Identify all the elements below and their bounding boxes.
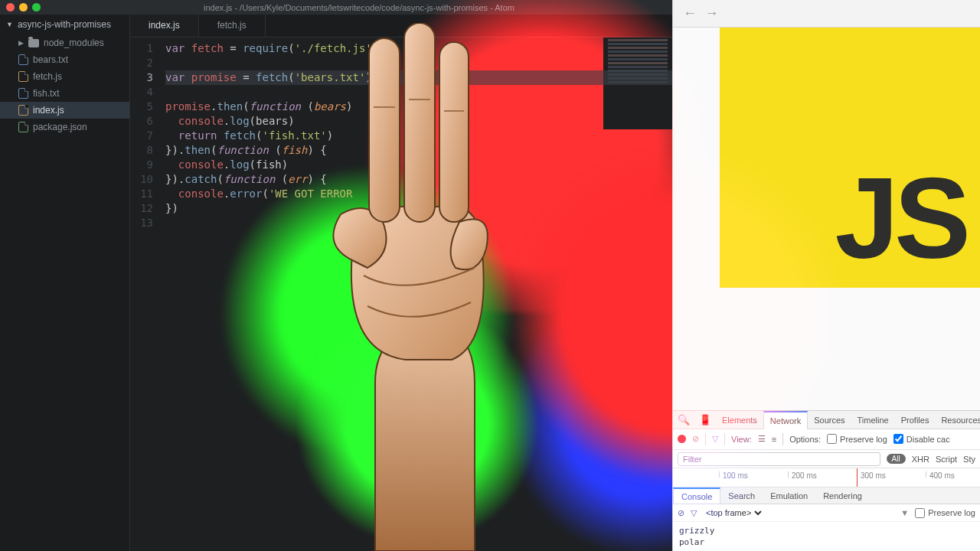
project-name: async-js-with-promises [18, 19, 111, 30]
frame-select[interactable]: <top frame> [703, 507, 764, 518]
tree-file-fish-txt[interactable]: fish.txt [0, 85, 129, 102]
file-icon [18, 88, 28, 99]
line-number-gutter: 12345678910111213 [130, 37, 161, 551]
filter-style[interactable]: Sty [963, 455, 975, 464]
devtools-tabs: 🔍 📱 Elements Network Sources Timeline Pr… [673, 411, 980, 429]
tab-network[interactable]: Network [763, 411, 808, 429]
network-toolbar: ⊘ ▽ View: ☰ ≡ Options: Preserve log Disa… [673, 429, 980, 450]
drawer-emulation[interactable]: Emulation [763, 487, 815, 504]
minimize-window-icon[interactable] [19, 3, 28, 11]
editor-pane: index.js fetch.js 12345678910111213 var … [130, 15, 672, 551]
code-editor[interactable]: 12345678910111213 var fetch = require('.… [130, 37, 672, 551]
device-mode-icon[interactable]: 📱 [694, 414, 716, 425]
close-window-icon[interactable] [6, 3, 15, 11]
preserve-log-checkbox[interactable]: Preserve log [827, 434, 887, 444]
tick-400ms: 400 ms [926, 471, 955, 478]
disable-cache-checkbox[interactable]: Disable cac [893, 434, 950, 444]
console-line: grizzly [679, 525, 974, 536]
zoom-window-icon[interactable] [32, 3, 41, 11]
clear-icon[interactable]: ⊘ [692, 434, 699, 444]
js-logo-text: JS [835, 161, 966, 276]
clear-console-icon[interactable]: ⊘ [678, 508, 684, 518]
tick-100ms: 100 ms [719, 471, 748, 478]
folder-icon [28, 39, 39, 47]
tick-300ms: 300 ms [857, 471, 886, 478]
tree-file-index-js[interactable]: index.js [0, 102, 129, 119]
filter-console-icon[interactable]: ▽ [691, 508, 697, 518]
network-timeline[interactable]: 100 ms 200 ms 300 ms 400 ms [673, 468, 980, 487]
drawer-console[interactable]: Console [673, 487, 720, 504]
filter-icon[interactable]: ▽ [712, 434, 718, 444]
browser-window: ← → JS 🔍 📱 Elements Network Sources Time… [672, 0, 980, 551]
view-label: View: [731, 435, 752, 444]
view-large-icon[interactable]: ☰ [758, 434, 766, 444]
browser-toolbar: ← → [673, 0, 980, 28]
tree-file-fetch-js[interactable]: fetch.js [0, 68, 129, 85]
tab-profiles[interactable]: Profiles [895, 411, 936, 429]
chevron-right-icon: ▶ [18, 39, 24, 47]
filter-input[interactable] [678, 452, 880, 466]
browser-viewport: JS 🔍 📱 Elements Network Sources Timeline… [673, 28, 980, 551]
filter-all-pill[interactable]: All [887, 454, 906, 464]
code-content[interactable]: var fetch = require('./fetch.js') var pr… [161, 37, 672, 551]
console-line: polar [679, 536, 974, 548]
file-icon [18, 54, 28, 65]
filter-xhr[interactable]: XHR [912, 455, 929, 464]
console-output[interactable]: grizzly polar [673, 522, 980, 551]
nav-arrows: ← → [681, 5, 720, 21]
atom-editor-window: index.js - /Users/Kyle/Documents/letswri… [0, 0, 672, 551]
search-icon[interactable]: 🔍 [673, 414, 694, 425]
tree-label: index.js [33, 105, 64, 116]
drawer-search[interactable]: Search [720, 487, 763, 504]
filter-script[interactable]: Script [936, 455, 957, 464]
tab-elements[interactable]: Elements [716, 411, 763, 429]
tree-file-package-json[interactable]: package.json [0, 119, 129, 135]
project-root[interactable]: ▼ async-js-with-promises [0, 15, 129, 34]
tree-file-bears-txt[interactable]: bears.txt [0, 51, 129, 68]
drawer-tabs: Console Search Emulation Rendering [673, 487, 980, 504]
tree-label: bears.txt [33, 54, 68, 65]
devtools-panel: 🔍 📱 Elements Network Sources Timeline Pr… [673, 410, 980, 551]
tab-index-js[interactable]: index.js [130, 15, 199, 37]
tree-label: node_modules [44, 37, 104, 48]
view-small-icon[interactable]: ≡ [772, 435, 776, 444]
editor-tabs: index.js fetch.js [130, 15, 672, 37]
console-toolbar: ⊘ ▽ <top frame> ▼ Preserve log [673, 504, 980, 522]
chevron-down-icon: ▼ [6, 21, 13, 28]
options-label: Options: [789, 435, 821, 444]
network-filter-row: All XHR Script Sty [673, 450, 980, 469]
tab-sources[interactable]: Sources [808, 411, 851, 429]
tab-timeline[interactable]: Timeline [851, 411, 895, 429]
tab-fetch-js[interactable]: fetch.js [199, 15, 266, 37]
preserve-log-console[interactable]: Preserve log [915, 508, 975, 518]
forward-icon[interactable]: → [702, 5, 720, 21]
js-logo: JS [720, 28, 980, 288]
file-tree-sidebar[interactable]: ▼ async-js-with-promises ▶ node_modules … [0, 15, 130, 551]
tree-label: package.json [33, 122, 87, 132]
file-icon [18, 122, 28, 132]
drawer-rendering[interactable]: Rendering [815, 487, 870, 504]
tree-label: fetch.js [33, 71, 62, 82]
back-icon[interactable]: ← [681, 5, 699, 21]
tree-label: fish.txt [33, 88, 60, 99]
file-icon [18, 71, 28, 82]
tree-folder-node-modules[interactable]: ▶ node_modules [0, 34, 129, 51]
tick-200ms: 200 ms [788, 471, 817, 478]
file-icon [18, 105, 28, 116]
record-icon[interactable] [678, 435, 686, 443]
timeline-marker [857, 468, 858, 487]
tab-resources[interactable]: Resources [935, 411, 980, 429]
